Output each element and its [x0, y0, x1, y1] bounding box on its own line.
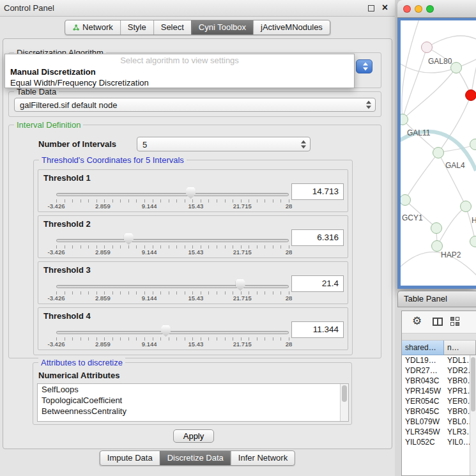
threshold-label: Threshold 3 — [43, 265, 91, 275]
attribute-item-selfloops[interactable]: SelfLoops — [38, 384, 348, 395]
tick-label: 15.43 — [188, 341, 204, 348]
apply-button[interactable]: Apply — [173, 429, 214, 443]
column-header-n[interactable]: n… — [444, 341, 476, 355]
network-node-label: HAP2 — [441, 250, 461, 259]
tab-select[interactable]: Select — [153, 20, 191, 35]
number-of-intervals-dropdown[interactable]: 5 — [137, 137, 311, 151]
slider-tick-labels: -3.4262.8599.14415.4321.71528 — [38, 249, 348, 256]
network-node-label: GAL80 — [428, 57, 452, 66]
float-window-icon[interactable] — [368, 5, 374, 12]
tick-label: 9.144 — [142, 203, 157, 210]
top-tab-bar: NetworkStyleSelectCyni ToolboxjActiveMNo… — [65, 20, 330, 35]
network-edge — [402, 20, 420, 119]
threshold-2-value[interactable]: 6.316 — [291, 229, 344, 246]
network-node-label: GAL11 — [407, 128, 431, 137]
threshold-4-slider-thumb[interactable] — [161, 325, 171, 337]
scrollbar-thumb[interactable] — [471, 357, 475, 411]
columns-icon[interactable] — [433, 318, 443, 326]
table-cell: YIL0… — [444, 437, 470, 447]
tick-label: 15.43 — [188, 295, 204, 302]
threshold-label: Threshold 4 — [43, 311, 91, 321]
network-node-label: GAL4 — [445, 161, 465, 170]
table-panel-titlebar[interactable]: Table Panel — [397, 291, 476, 307]
threshold-1-value[interactable]: 14.713 — [291, 183, 344, 200]
threshold-3-value[interactable]: 21.4 — [291, 275, 344, 292]
threshold-4-value[interactable]: 11.344 — [291, 321, 344, 338]
table-cell: YBL079W — [402, 417, 444, 427]
slider-tick-labels: -3.4262.8599.14415.4321.71528 — [38, 295, 348, 302]
tab-network[interactable]: Network — [65, 20, 120, 35]
close-panel-icon[interactable]: × — [382, 2, 388, 13]
threshold-1-slider-thumb[interactable] — [186, 187, 196, 199]
network-node[interactable] — [401, 195, 411, 206]
threshold-1-slider-track[interactable] — [56, 193, 289, 196]
tab-jactivemnodules[interactable]: jActiveMNodules — [253, 20, 330, 35]
tab-impute-data[interactable]: Impute Data — [100, 451, 160, 465]
table-row[interactable]: YBR045CYBR0… — [402, 406, 470, 417]
control-panel-window: Control Panel × NetworkStyleSelectCyni T… — [0, 0, 395, 476]
tab-cyni-toolbox[interactable]: Cyni Toolbox — [191, 20, 253, 35]
table-cell: YLR3… — [444, 427, 470, 437]
table-row[interactable]: YPR145WYPR1… — [402, 386, 470, 396]
threshold-2-slider-thumb[interactable] — [124, 233, 134, 245]
dropdown-option-manual-discretization[interactable]: Manual Discretization — [5, 66, 354, 77]
algorithm-dropdown-popup: Select algorithm to view settings Manual… — [4, 54, 355, 88]
gear-icon[interactable]: ⚙ — [412, 315, 422, 328]
attribute-item-topologicalcoefficient[interactable]: TopologicalCoefficient — [38, 395, 348, 406]
network-node[interactable] — [461, 201, 472, 212]
tab-infer-network[interactable]: Infer Network — [231, 451, 295, 465]
threshold-label: Threshold 2 — [43, 219, 91, 229]
network-node[interactable] — [433, 148, 444, 158]
slider-tick-labels: -3.4262.8599.14415.4321.71528 — [38, 341, 348, 348]
table-data-dropdown[interactable]: galFiltered.sif default node — [14, 98, 376, 112]
table-data-label: Table Data — [14, 87, 59, 96]
table-cell: YPR1… — [444, 386, 470, 396]
thresholds-container: Threshold 1-3.4262.8599.14415.4321.71528… — [34, 160, 352, 355]
window-minimize-button[interactable] — [415, 5, 422, 13]
table-cell: YLR345W — [402, 427, 444, 437]
attributes-group-label: Attributes to discretize — [38, 358, 125, 367]
tick-label: 9.144 — [142, 341, 157, 348]
dropdown-option-equal-width-frequency[interactable]: Equal Width/Frequency Discretization — [5, 77, 354, 88]
select-attributes-icon[interactable] — [450, 317, 459, 326]
table-row[interactable]: YBL079WYBL0… — [402, 417, 470, 427]
column-header-shared[interactable]: shared… — [402, 341, 444, 355]
scrollbar-thumb[interactable] — [342, 385, 347, 402]
control-panel-titlebar[interactable]: Control Panel × — [0, 0, 395, 17]
tab-discretize-data[interactable]: Discretize Data — [160, 451, 231, 465]
network-node[interactable] — [470, 236, 476, 247]
table-row[interactable]: YLR345WYLR3… — [402, 427, 470, 437]
threshold-2-slider-track[interactable] — [56, 239, 289, 242]
table-cell: YDL1… — [444, 355, 470, 365]
traffic-lights — [403, 5, 434, 13]
table-row[interactable]: YIL052CYIL0… — [402, 437, 470, 447]
network-node[interactable] — [451, 63, 462, 73]
network-edge — [427, 36, 476, 47]
threshold-3-slider-track[interactable] — [56, 285, 289, 288]
network-view-window: GAL80GAL11GAL4GCY1HAP2H — [397, 0, 476, 289]
table-cell: YIL052C — [402, 437, 444, 447]
network-node[interactable] — [422, 42, 433, 53]
table-row[interactable]: YDR27…YDR2… — [402, 365, 470, 376]
table-row[interactable]: YER054CYER0… — [402, 396, 470, 406]
network-canvas[interactable]: GAL80GAL11GAL4GCY1HAP2H — [401, 20, 476, 286]
threshold-4-slider-track[interactable] — [56, 331, 289, 334]
control-panel-body: Discretization Algorithm Select algorith… — [3, 38, 392, 449]
table-scrollbar[interactable] — [470, 355, 476, 475]
table-cell: YBR043C — [402, 376, 444, 386]
tab-style[interactable]: Style — [120, 20, 153, 35]
network-node[interactable] — [470, 139, 476, 150]
network-node[interactable] — [432, 241, 443, 252]
threshold-3-slider-thumb[interactable] — [236, 279, 245, 291]
network-node[interactable] — [466, 90, 476, 101]
table-row[interactable]: YDL19…YDL1… — [402, 355, 470, 365]
attributes-scrollbar[interactable] — [340, 384, 348, 421]
table-cell: YPR145W — [402, 386, 444, 396]
network-node[interactable] — [431, 223, 442, 234]
algorithm-dropdown-button[interactable] — [356, 59, 372, 73]
table-row[interactable]: YBR043CYBR0… — [402, 376, 470, 386]
window-zoom-button[interactable] — [426, 5, 434, 13]
window-close-button[interactable] — [403, 5, 411, 13]
network-window-titlebar[interactable] — [397, 0, 476, 18]
attribute-item-betweennesscentrality[interactable]: BetweennessCentrality — [38, 406, 348, 417]
